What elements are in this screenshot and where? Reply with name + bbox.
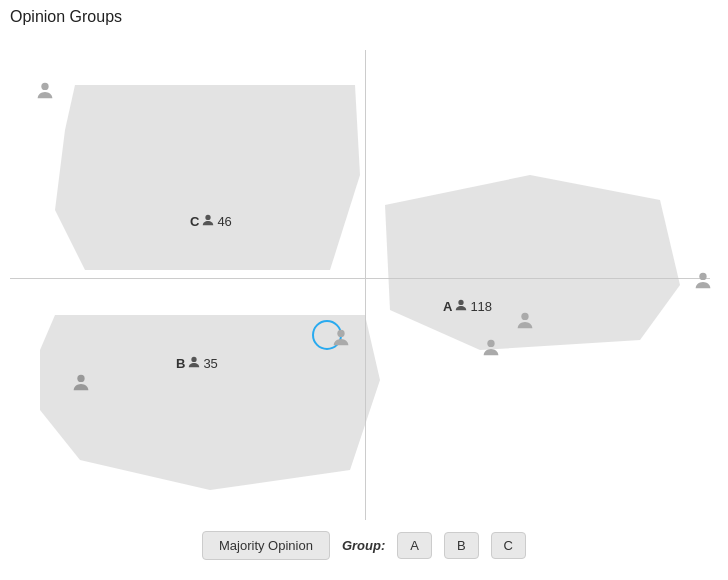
majority-opinion-button[interactable]: Majority Opinion [202, 531, 330, 560]
svg-point-2 [192, 357, 197, 362]
svg-point-1 [459, 300, 464, 305]
group-c-button[interactable]: C [491, 532, 526, 559]
group-a-label: A 118 [443, 298, 492, 315]
group-label-text: Group: [342, 538, 385, 553]
svg-point-6 [77, 375, 84, 382]
person-icon-topleft [32, 78, 58, 104]
group-a-count: 118 [470, 299, 492, 314]
group-c-shape [55, 85, 360, 270]
person-icon-groupa-lower [478, 335, 504, 361]
group-a-icon [454, 298, 468, 315]
group-c-count: 46 [217, 214, 231, 229]
group-b-count: 35 [203, 356, 217, 371]
group-b-icon [187, 355, 201, 372]
group-c-label: C 46 [190, 213, 232, 230]
svg-point-4 [699, 273, 706, 280]
group-b-button[interactable]: B [444, 532, 479, 559]
page-title: Opinion Groups [10, 8, 122, 26]
person-icon-groupa-upper [512, 308, 538, 334]
svg-point-8 [487, 340, 494, 347]
group-b-letter: B [176, 356, 185, 371]
svg-point-0 [206, 215, 211, 220]
group-c-letter: C [190, 214, 199, 229]
person-icon-right [690, 268, 716, 294]
group-a-button[interactable]: A [397, 532, 432, 559]
person-icon-center [328, 325, 354, 351]
toolbar: Majority Opinion Group: A B C [0, 531, 728, 560]
svg-point-5 [337, 330, 344, 337]
group-b-label: B 35 [176, 355, 218, 372]
groups-svg [0, 30, 728, 530]
svg-point-3 [41, 83, 48, 90]
person-icon-groupb [68, 370, 94, 396]
chart-area: C 46 A 118 B 35 [0, 30, 728, 530]
group-a-letter: A [443, 299, 452, 314]
svg-point-7 [521, 313, 528, 320]
group-c-icon [201, 213, 215, 230]
